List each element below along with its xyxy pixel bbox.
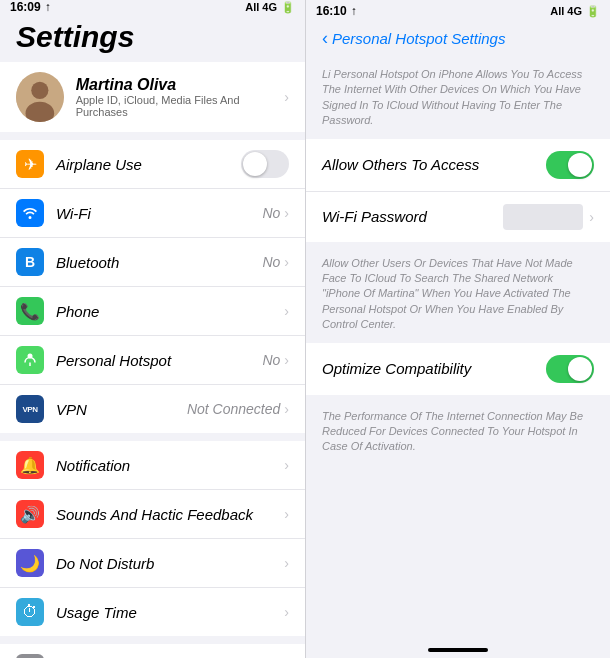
- back-button[interactable]: ‹: [322, 28, 328, 49]
- airplane-icon: ✈: [16, 150, 44, 178]
- hotspot-chevron: ›: [284, 352, 289, 368]
- description-block-1: Allow Other Users Or Devices That Have N…: [306, 250, 610, 343]
- hotspot-label: Personal Hotspot: [56, 352, 171, 369]
- left-panel: 16:09 ↑ All 4G 🔋 Settings Martina Oliva …: [0, 0, 305, 658]
- allow-access-item[interactable]: Allow Others To Access: [306, 139, 610, 192]
- settings-group-connectivity: ✈ Airplane Use Wi-Fi No ›: [0, 140, 305, 433]
- usage-item[interactable]: ⏱ Usage Time ›: [0, 588, 305, 636]
- signal-right: All 4G: [550, 5, 582, 17]
- vpn-label: VPN: [56, 401, 87, 418]
- bluetooth-chevron: ›: [284, 254, 289, 270]
- notification-icon: 🔔: [16, 451, 44, 479]
- signal-left: All 4G: [245, 1, 277, 13]
- profile-chevron: ›: [284, 89, 289, 105]
- profile-name: Martina Oliva: [76, 76, 285, 94]
- sounds-chevron: ›: [284, 506, 289, 522]
- arrow-icon-right: ↑: [351, 4, 357, 18]
- wifi-icon: [16, 199, 44, 227]
- usage-icon: ⏱: [16, 598, 44, 626]
- battery-left: 🔋: [281, 1, 295, 14]
- usage-label: Usage Time: [56, 604, 137, 621]
- svg-point-1: [31, 82, 48, 99]
- dnd-chevron: ›: [284, 555, 289, 571]
- description-text-2: The Performance Of The Internet Connecti…: [322, 410, 583, 453]
- description-block-2: The Performance Of The Internet Connecti…: [306, 403, 610, 465]
- status-bar-left: 16:09 ↑ All 4G 🔋: [0, 0, 305, 14]
- status-bar-right: 16:10 ↑ All 4G 🔋: [306, 0, 610, 22]
- avatar: [16, 72, 64, 122]
- airplane-item[interactable]: ✈ Airplane Use: [0, 140, 305, 189]
- right-content: Li Personal Hotspot On iPhone Allows You…: [306, 57, 610, 642]
- notification-item[interactable]: 🔔 Notification ›: [0, 441, 305, 490]
- optimize-group: Optimize Compatibility: [306, 343, 610, 395]
- time-left: 16:09: [10, 0, 41, 14]
- airplane-label: Airplane Use: [56, 156, 142, 173]
- notification-chevron: ›: [284, 457, 289, 473]
- wifi-password-label: Wi-Fi Password: [322, 208, 427, 225]
- back-chevron-icon: ‹: [322, 28, 328, 49]
- hotspot-value: No: [262, 352, 280, 368]
- notification-label: Notification: [56, 457, 130, 474]
- intro-block: Li Personal Hotspot On iPhone Allows You…: [306, 57, 610, 139]
- vpn-item[interactable]: VPN VPN Not Connected ›: [0, 385, 305, 433]
- right-panel: 16:10 ↑ All 4G 🔋 ‹ Personal Hotspot Sett…: [305, 0, 610, 658]
- dnd-item[interactable]: 🌙 Do Not Disturb ›: [0, 539, 305, 588]
- wifi-label: Wi-Fi: [56, 205, 91, 222]
- optimize-label: Optimize Compatibility: [322, 360, 471, 377]
- sounds-icon: 🔊: [16, 500, 44, 528]
- general-item[interactable]: ⚙ General ›: [0, 644, 305, 658]
- optimize-toggle[interactable]: [546, 355, 594, 383]
- phone-icon: 📞: [16, 297, 44, 325]
- right-page-title: Personal Hotspot Settings: [332, 30, 505, 47]
- phone-chevron: ›: [284, 303, 289, 319]
- hotspot-item[interactable]: Personal Hotspot No ›: [0, 336, 305, 385]
- battery-right: 🔋: [586, 5, 600, 18]
- vpn-chevron: ›: [284, 401, 289, 417]
- wifi-value: No: [262, 205, 280, 221]
- dnd-label: Do Not Disturb: [56, 555, 154, 572]
- home-indicator: [428, 648, 488, 652]
- profile-row[interactable]: Martina Oliva Apple ID, iCloud, Media Fi…: [0, 62, 305, 132]
- arrow-icon: ↑: [45, 0, 51, 14]
- dnd-icon: 🌙: [16, 549, 44, 577]
- settings-group-notifications: 🔔 Notification › 🔊 Sounds And Hactic Fee…: [0, 441, 305, 636]
- wifi-chevron: ›: [284, 205, 289, 221]
- vpn-value: Not Connected: [187, 401, 280, 417]
- bluetooth-item[interactable]: B Bluetooth No ›: [0, 238, 305, 287]
- vpn-icon: VPN: [16, 395, 44, 423]
- phone-label: Phone: [56, 303, 99, 320]
- wifi-password-item[interactable]: Wi-Fi Password ›: [306, 192, 610, 242]
- settings-group-general: ⚙ General › ▦ Control Center › AA Screen…: [0, 644, 305, 658]
- right-navbar: ‹ Personal Hotspot Settings: [306, 22, 610, 57]
- sounds-label: Sounds And Hactic Feedback: [56, 506, 253, 523]
- allow-access-toggle[interactable]: [546, 151, 594, 179]
- airplane-toggle[interactable]: [241, 150, 289, 178]
- sounds-item[interactable]: 🔊 Sounds And Hactic Feedback ›: [0, 490, 305, 539]
- password-field[interactable]: [503, 204, 583, 230]
- bluetooth-label: Bluetooth: [56, 254, 119, 271]
- bluetooth-value: No: [262, 254, 280, 270]
- time-right: 16:10: [316, 4, 347, 18]
- wifi-item[interactable]: Wi-Fi No ›: [0, 189, 305, 238]
- password-chevron: ›: [589, 209, 594, 225]
- profile-subtitle: Apple ID, iCloud, Media Files And Purcha…: [76, 94, 285, 118]
- intro-text: Li Personal Hotspot On iPhone Allows You…: [322, 68, 582, 126]
- hotspot-icon: [16, 346, 44, 374]
- allow-access-label: Allow Others To Access: [322, 156, 479, 173]
- optimize-item[interactable]: Optimize Compatibility: [306, 343, 610, 395]
- description-text-1: Allow Other Users Or Devices That Have N…: [322, 257, 573, 331]
- general-icon: ⚙: [16, 654, 44, 658]
- phone-item[interactable]: 📞 Phone ›: [0, 287, 305, 336]
- settings-title: Settings: [0, 14, 305, 62]
- bluetooth-icon: B: [16, 248, 44, 276]
- usage-chevron: ›: [284, 604, 289, 620]
- hotspot-settings-group: Allow Others To Access Wi-Fi Password ›: [306, 139, 610, 242]
